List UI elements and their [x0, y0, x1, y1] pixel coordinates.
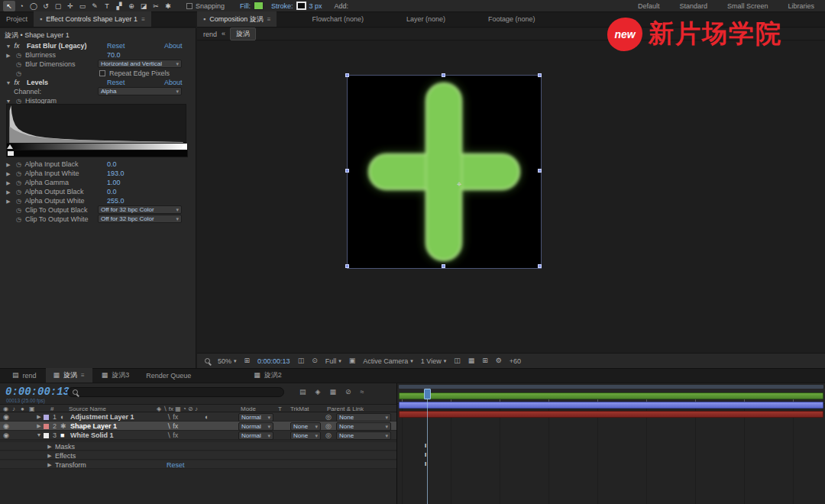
prop-row-masks[interactable]: ▶ Masks: [0, 442, 396, 451]
selection-handle[interactable]: [538, 264, 542, 268]
zoom-tool-icon[interactable]: ◯: [28, 1, 40, 11]
adjustment-switch-icon[interactable]: ◐: [205, 412, 209, 422]
motion-blur-icon[interactable]: ⊘: [345, 388, 351, 396]
transform-reset-link[interactable]: Reset: [167, 460, 185, 470]
selection-handle[interactable]: [538, 169, 542, 173]
repeat-edge-checkbox[interactable]: [99, 70, 105, 76]
output-marker[interactable]: [8, 151, 14, 156]
parent-dropdown[interactable]: None ▾: [336, 413, 391, 422]
twirl-icon[interactable]: ▶: [46, 442, 53, 451]
timeline-tab-render-queue[interactable]: Render Queue: [138, 368, 199, 383]
snapping-checkbox[interactable]: [186, 3, 192, 9]
prop-row-effects[interactable]: ▶ Effects: [0, 451, 396, 460]
stroke-width-value[interactable]: 3 px: [309, 2, 322, 10]
stopwatch-icon[interactable]: ◷: [15, 215, 24, 225]
layer-bar-white-solid[interactable]: [399, 411, 823, 418]
composition-viewer[interactable]: ⌖: [197, 41, 825, 350]
layer-bar-adjustment[interactable]: [399, 393, 823, 399]
layer-switches[interactable]: ∖ fx: [167, 431, 178, 440]
tab-composition[interactable]: ▪ Composition 旋涡 ≡: [197, 11, 277, 27]
tab-layer[interactable]: Layer (none): [400, 11, 451, 27]
label-color-chip[interactable]: [44, 433, 49, 438]
workspace-small-screen[interactable]: Small Screen: [727, 2, 768, 10]
pickwhip-icon[interactable]: ◎: [325, 412, 332, 422]
twirl-icon[interactable]: ▶: [46, 451, 53, 460]
selection-handle[interactable]: [442, 264, 445, 268]
grid-guides-icon[interactable]: ⊞: [244, 357, 251, 364]
alpha-gamma-value[interactable]: 1.00: [107, 178, 121, 187]
hand-tool-icon[interactable]: ◔: [15, 1, 28, 11]
blend-mode-dropdown[interactable]: Normal ▾: [238, 413, 273, 422]
trkmat-dropdown[interactable]: None ▾: [290, 422, 321, 431]
puppet-tool-icon[interactable]: ✱: [162, 1, 174, 11]
camera-dropdown[interactable]: Active Camera ▾: [363, 357, 413, 365]
clip-output-black-dropdown[interactable]: Off for 32 bpc Color ▾: [98, 205, 182, 214]
alpha-output-black-value[interactable]: 0.0: [107, 187, 117, 196]
channels-icon[interactable]: ⊙: [312, 357, 318, 364]
levels-histogram[interactable]: [6, 104, 188, 157]
prop-row-transform[interactable]: ▶ Transform Reset: [0, 460, 396, 469]
layer-row-white-solid[interactable]: ◉ ▼ 3 ■ White Solid 1 ∖ fx Normal ▾ None…: [0, 431, 396, 440]
workspace-default[interactable]: Default: [638, 2, 660, 10]
levels-about-link[interactable]: About: [164, 78, 183, 87]
input-white-handle[interactable]: [181, 144, 187, 149]
zoom-dropdown[interactable]: 50% ▾: [218, 357, 237, 365]
effect-fast-blur-header[interactable]: ▼ fx Fast Blur (Legacy) Reset About: [0, 41, 194, 50]
tab-flowchart[interactable]: Flowchart (none): [306, 11, 370, 27]
layer-switches[interactable]: ∖ fx: [167, 422, 178, 431]
breadcrumb-rend[interactable]: rend: [203, 31, 217, 38]
camera-tool-icon[interactable]: ▢: [52, 1, 64, 11]
playhead-handle[interactable]: [424, 389, 431, 399]
workspace-libraries[interactable]: Libraries: [788, 2, 814, 10]
label-color-chip[interactable]: [44, 415, 49, 420]
pen-tool-icon[interactable]: ✎: [89, 1, 101, 11]
parent-dropdown[interactable]: None ▾: [336, 431, 391, 440]
blend-mode-dropdown[interactable]: Normal ▾: [238, 422, 273, 431]
graph-editor-icon[interactable]: ≈: [361, 388, 364, 396]
blurriness-value[interactable]: 70.0: [107, 50, 121, 60]
pickwhip-icon[interactable]: ◎: [325, 431, 332, 440]
view-layout-dropdown[interactable]: 1 View ▾: [421, 357, 446, 365]
fast-previews-icon[interactable]: ▦: [468, 357, 475, 364]
layer-row-shape[interactable]: ◉ ▶ 2 ✱ Shape Layer 1 ∖ fx Normal ▾ None…: [0, 422, 396, 431]
type-tool-icon[interactable]: T: [101, 1, 113, 11]
selection-tool-icon[interactable]: ↖: [3, 1, 15, 11]
region-of-interest-icon[interactable]: ▣: [349, 357, 356, 364]
selection-handle[interactable]: [345, 73, 349, 77]
exposure-gear-icon[interactable]: ⚙: [496, 357, 502, 364]
green-cross-shape[interactable]: [348, 76, 541, 268]
timeline-tab-xuanwo2[interactable]: ▦ 旋涡2: [246, 368, 290, 383]
eraser-tool-icon[interactable]: ◪: [138, 1, 150, 11]
input-black-handle[interactable]: [7, 144, 13, 149]
panel-menu-icon[interactable]: ≡: [81, 372, 85, 379]
timeline-tab-active[interactable]: ▦ 旋涡 ≡: [46, 368, 92, 383]
fx-badge-icon[interactable]: fx: [15, 41, 25, 50]
levels-reset-link[interactable]: Reset: [107, 78, 125, 87]
blur-dimensions-dropdown[interactable]: Horizontal and Vertical ▾: [98, 60, 182, 68]
anchor-point-icon[interactable]: ⌖: [457, 179, 461, 189]
brush-tool-icon[interactable]: ▞: [113, 1, 125, 11]
workspace-standard[interactable]: Standard: [679, 2, 707, 10]
effect-levels-header[interactable]: ▼ fx Levels Reset About: [0, 78, 194, 87]
breadcrumb-active-comp[interactable]: 旋涡: [230, 27, 256, 40]
twirl-icon[interactable]: ▼: [35, 431, 43, 440]
layer-name[interactable]: Shape Layer 1: [70, 422, 117, 431]
timeline-button-icon[interactable]: ⊞: [482, 357, 488, 364]
levels-output-strip[interactable]: [6, 150, 188, 157]
tab-project[interactable]: Project: [0, 11, 34, 27]
clone-stamp-tool-icon[interactable]: ⊕: [125, 1, 138, 11]
fast-blur-about-link[interactable]: About: [164, 41, 183, 50]
mini-flowchart-icon[interactable]: ▤: [299, 388, 306, 396]
panel-lock-icon[interactable]: ▪: [40, 16, 42, 23]
fx-badge-icon[interactable]: fx: [15, 78, 25, 87]
pan-behind-tool-icon[interactable]: ✛: [64, 1, 76, 11]
roto-brush-tool-icon[interactable]: ✂: [150, 1, 162, 11]
layer-name[interactable]: White Solid 1: [70, 431, 114, 440]
blend-mode-dropdown[interactable]: Normal ▾: [238, 431, 273, 440]
shy-icon[interactable]: ◈: [315, 388, 321, 396]
frame-blending-icon[interactable]: ▦: [329, 388, 336, 396]
trkmat-dropdown[interactable]: None ▾: [290, 431, 321, 440]
layer-name[interactable]: Adjustment Layer 1: [70, 412, 134, 422]
twirl-icon[interactable]: ▶: [46, 460, 53, 470]
fill-color-swatch[interactable]: [254, 2, 264, 10]
